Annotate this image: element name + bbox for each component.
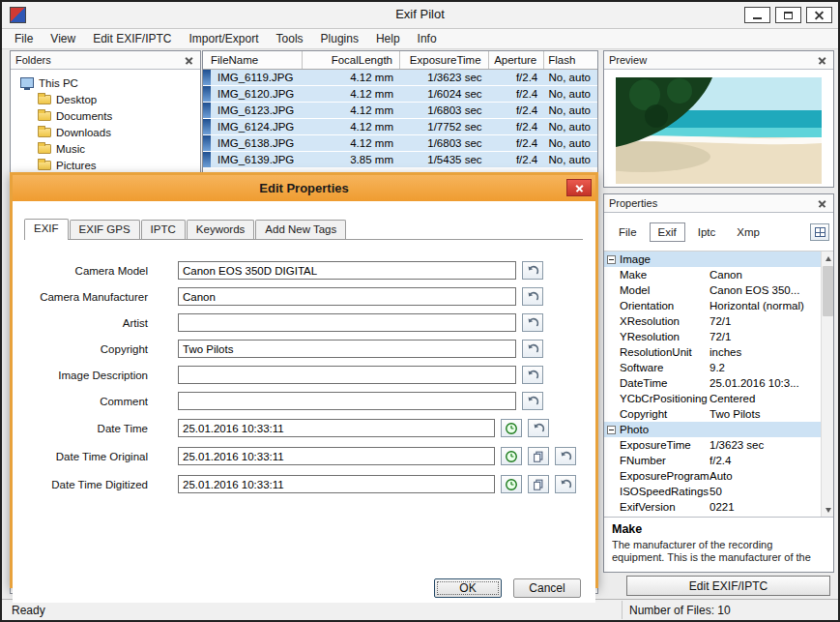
menu-item[interactable]: Plugins [312,30,367,47]
file-row[interactable]: IMG_6124.JPG 4.12 mm 1/7752 sec f/2.4 No… [203,119,597,134]
scroll-up-button[interactable] [822,252,833,265]
property-row[interactable]: FNumber f/2.4 [604,453,821,468]
field-input[interactable] [178,475,495,493]
property-row[interactable]: Copyright Two Pilots [604,406,821,422]
copy-button[interactable] [528,475,549,493]
focal-length-cell: 4.12 mm [303,70,400,85]
file-row[interactable]: IMG_6123.JPG 4.12 mm 1/6803 sec f/2.4 No… [203,103,597,118]
property-row[interactable]: Make Canon [604,267,821,282]
scroll-down-button[interactable] [822,503,833,517]
file-row[interactable]: IMG_6139.JPG 3.85 mm 1/5435 sec f/2.4 No… [203,152,597,167]
dialog-tab[interactable]: EXIF [24,219,69,240]
menu-item[interactable]: File [6,30,42,47]
menu-item[interactable]: Info [409,30,446,47]
file-row[interactable]: IMG_6120.JPG 4.12 mm 1/6024 sec f/2.4 No… [203,86,597,102]
property-row[interactable]: Orientation Horizontal (normal) [604,298,821,313]
tree-item[interactable]: Pictures [13,157,198,173]
tree-item[interactable]: Documents [13,107,198,124]
file-row[interactable]: IMG_6119.JPG 4.12 mm 1/3623 sec f/2.4 No… [203,70,597,85]
tree-item-label: This PC [39,77,78,89]
cancel-button[interactable]: Cancel [513,578,581,598]
column-header-exposuretime[interactable]: ExposureTime [400,51,489,69]
property-row[interactable]: Model Canon EOS 350... [604,282,821,298]
properties-scrollbar[interactable] [821,252,833,517]
property-row[interactable]: YResolution 72/1 [604,329,821,344]
menu-item[interactable]: Import/Export [181,30,268,47]
close-button[interactable] [806,7,832,23]
folders-panel-close-button[interactable] [182,53,195,67]
undo-button[interactable] [522,313,543,332]
undo-button[interactable] [522,287,543,306]
dialog-tab[interactable]: Add New Tags [255,220,346,239]
property-row[interactable]: DateTime 25.01.2016 10:3... [604,375,821,391]
property-group-photo[interactable]: Photo [604,422,821,437]
properties-toolbar [810,213,829,252]
tree-item[interactable]: Desktop [13,91,198,107]
field-input[interactable] [178,419,495,437]
column-header-flash[interactable]: Flash [544,51,597,69]
field-input[interactable] [178,287,516,306]
exposure-time-cell: 1/3623 sec [400,70,489,85]
column-header-aperture[interactable]: Aperture [489,51,545,69]
field-input[interactable] [178,392,516,410]
field-input[interactable] [178,366,516,384]
field-input[interactable] [178,261,516,280]
copy-button[interactable] [528,447,549,465]
tree-item[interactable]: Music [13,140,198,157]
undo-button[interactable] [522,340,543,358]
property-row[interactable]: YCbCrPositioning Centered [604,391,821,406]
scrollbar-thumb[interactable] [823,266,833,316]
tree-item-this-pc[interactable]: This PC [13,74,198,91]
property-row[interactable]: Software 9.2 [604,360,821,375]
aperture-cell: f/2.4 [489,135,545,151]
file-row[interactable]: IMG_6138.JPG 4.12 mm 1/6803 sec f/2.4 No… [203,135,597,151]
properties-tab[interactable]: Exif [650,222,685,242]
property-row[interactable]: ISOSpeedRatings 50 [604,484,821,499]
collapse-icon[interactable] [607,255,616,264]
undo-button[interactable] [528,419,549,437]
preview-panel-close-button[interactable] [815,53,828,67]
property-row[interactable]: ExifVersion 0221 [604,499,821,515]
minimize-button[interactable] [744,7,770,23]
property-group-image[interactable]: Image [604,252,821,267]
dialog-close-button[interactable] [566,179,592,196]
column-header-focallength[interactable]: FocalLength [303,51,400,69]
column-header-filename[interactable]: FileName [203,51,303,69]
menu-item[interactable]: View [42,30,84,47]
properties-tab[interactable]: Xmp [728,222,768,242]
ok-button[interactable]: OK [434,578,502,598]
property-row[interactable]: XResolution 72/1 [604,313,821,329]
datetime-picker-button[interactable] [501,419,522,437]
dialog-tab[interactable]: EXIF GPS [70,220,140,239]
file-thumbnail-strip [203,86,211,102]
properties-tab[interactable]: Iptc [689,222,725,242]
edit-exif-iptc-button[interactable]: Edit EXIF/IPTC [626,576,830,596]
property-row[interactable]: ExposureTime 1/3623 sec [604,437,821,453]
field-input[interactable] [178,313,516,332]
undo-button[interactable] [522,366,543,384]
collapse-icon[interactable] [607,426,616,434]
menu-item[interactable]: Tools [268,30,312,47]
dialog-tabs: EXIF EXIF GPS IPTC Keywords Add New Tags [24,219,583,240]
dialog-tab[interactable]: IPTC [141,220,186,239]
undo-button[interactable] [555,447,576,465]
undo-button[interactable] [555,475,576,493]
properties-panel-close-button[interactable] [815,196,828,210]
properties-tab[interactable]: File [610,222,646,242]
grid-view-button[interactable] [810,223,829,241]
field-input[interactable] [178,340,516,358]
property-row[interactable]: ResolutionUnit inches [604,344,821,360]
maximize-button[interactable] [775,7,801,23]
datetime-picker-button[interactable] [501,447,522,465]
undo-button[interactable] [522,392,543,410]
property-row[interactable]: ExposureProgram Auto [604,468,821,484]
menu-item[interactable]: Help [367,30,409,47]
property-value: Horizontal (normal) [710,300,821,311]
field-input[interactable] [178,447,495,465]
field-label: Comment [13,396,148,407]
datetime-picker-button[interactable] [501,475,522,493]
dialog-tab[interactable]: Keywords [187,220,255,239]
tree-item[interactable]: Downloads [13,124,198,140]
undo-button[interactable] [522,261,543,280]
menu-item[interactable]: Edit EXIF/IPTC [84,30,180,47]
